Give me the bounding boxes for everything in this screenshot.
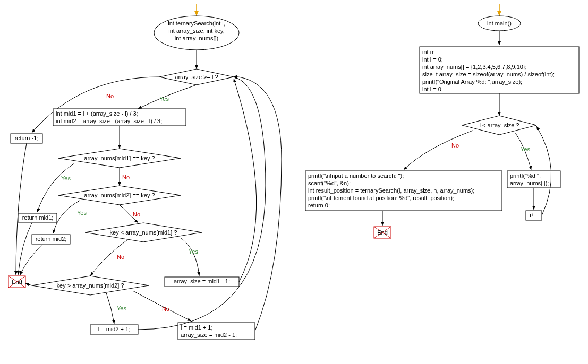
init-1: int n; <box>422 49 435 55</box>
cond5-text: key > array_nums[mid2] ? <box>57 282 124 289</box>
assign3-text-2: array_size = mid2 - 1; <box>181 332 237 338</box>
no-label-4: No <box>117 254 124 260</box>
init-3: int array_nums[] = {1,2,3,4,5,6,7,8,9,10… <box>422 64 527 70</box>
end-text-left: End <box>12 279 22 285</box>
yes-label-4: Yes <box>189 248 198 255</box>
yes-label-3: Yes <box>77 210 87 216</box>
end-node-right: End <box>374 227 391 238</box>
init-block <box>420 47 579 93</box>
print-item-2: array_nums[i]); <box>510 180 549 186</box>
edge-yes-4 <box>181 238 199 276</box>
yes-label-5: Yes <box>117 305 126 311</box>
mids-text-2: int mid2 = array_size - (array_size - l)… <box>56 118 162 124</box>
cond2-text: array_nums[mid1] == key ? <box>84 155 155 161</box>
flowchart-svg: int ternarySearch(int l, int array_size,… <box>0 0 588 364</box>
yes-label-r1: Yes <box>521 146 530 152</box>
end-node-left: End <box>8 276 25 288</box>
cond1-right-text: i < array_size ? <box>480 122 519 128</box>
loopback-1 <box>234 79 257 282</box>
init-2: int l = 0; <box>422 56 443 63</box>
ret-neg1-text: return -1; <box>15 135 39 141</box>
no-label-r1: No <box>451 142 459 149</box>
mids-text-1: int mid1 = l + (array_size - l) / 3; <box>56 110 138 117</box>
yes-label-1: Yes <box>159 96 169 102</box>
func-header-text-1: int ternarySearch(int l, <box>168 20 225 27</box>
final-3: int result_position = ternarySearch(l, a… <box>308 187 474 194</box>
init-4: size_t array_size = sizeof(array_nums) /… <box>422 71 555 77</box>
init-6: int i = 0 <box>422 86 441 92</box>
func-header-text-2: int array_size, int key, <box>168 28 225 34</box>
yes-label-2: Yes <box>61 175 71 181</box>
edge-yes-5 <box>106 293 114 324</box>
func-header-text-3: int array_nums[]) <box>175 35 219 41</box>
assign1-text: array_size = mid1 - 1; <box>174 278 230 284</box>
final-2: scanf("%d", &n); <box>308 180 351 186</box>
ret-mid2-text: return mid2; <box>36 236 67 242</box>
loopback-3 <box>234 76 282 331</box>
ret-mid1-text: return mid1; <box>22 214 54 221</box>
no-label-5: No <box>162 306 169 312</box>
edge-end-2 <box>18 223 32 275</box>
assign3-text-1: l = mid1 + 1; <box>181 324 213 331</box>
no-label-3: No <box>133 211 140 218</box>
init-5: printf("Original Array %d: ",array_size)… <box>422 79 522 85</box>
print-item-1: printf("%d ", <box>510 172 541 179</box>
cond3-text: array_nums[mid2] == key ? <box>84 192 155 198</box>
final-1: printf("\nInput a number to search: "); <box>308 172 404 179</box>
edge-no-r1 <box>404 131 473 170</box>
edge-end-3 <box>20 244 42 275</box>
end-text-right: End <box>377 229 388 236</box>
edge-yes-2 <box>37 163 74 212</box>
incr-text: i++ <box>530 212 538 218</box>
edge-end-4 <box>25 283 32 285</box>
cond1-text: array_size >= l ? <box>175 74 218 80</box>
cond4-text: key < array_nums[mid1] ? <box>110 229 177 236</box>
final-4: printf("\nElement found at position: %d"… <box>308 195 454 201</box>
func-header-right-text: int main() <box>487 20 512 27</box>
final-5: return 0; <box>308 202 330 209</box>
no-label-2: No <box>122 174 130 180</box>
assign2-text: l = mid2 + 1; <box>98 326 131 332</box>
no-label-1: No <box>106 93 114 99</box>
